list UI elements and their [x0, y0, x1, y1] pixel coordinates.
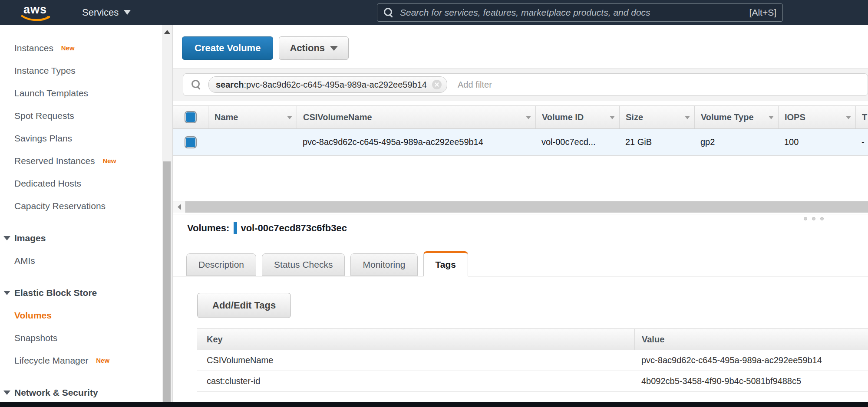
chevron-down-icon [124, 10, 131, 15]
filter-strip: search : pvc-8ac9d62c-c645-495a-989a-ac2… [173, 68, 868, 101]
filter-search-input[interactable]: search : pvc-8ac9d62c-c645-495a-989a-ac2… [183, 73, 868, 96]
search-shortcut-hint: [Alt+S] [749, 7, 776, 18]
chevron-down-icon [330, 46, 338, 51]
tab-monitoring[interactable]: Monitoring [350, 253, 417, 276]
horizontal-scrollbar[interactable] [173, 201, 868, 213]
sidebar-item-label: Lifecycle Manager [14, 355, 88, 365]
actions-button[interactable]: Actions [279, 36, 349, 60]
sort-caret-icon[interactable] [769, 116, 774, 119]
detail-tabs: Description Status Checks Monitoring Tag… [173, 251, 868, 276]
sidebar-item-snapshots[interactable]: Snapshots [0, 327, 162, 349]
sidebar-item-spot-requests[interactable]: Spot Requests [0, 105, 162, 127]
sidebar-item-launch-templates[interactable]: Launch Templates [0, 82, 162, 105]
scroll-left-arrow-icon [178, 204, 181, 210]
aws-logo[interactable]: aws [20, 3, 51, 22]
sidebar-scrollbar-thumb[interactable] [163, 161, 171, 402]
services-menu[interactable]: Services [82, 7, 131, 18]
sidebar-section-elastic-block-store[interactable]: Elastic Block Store [0, 282, 162, 304]
sidebar-item-reserved-instances[interactable]: Reserved Instances New [0, 150, 162, 172]
section-collapse-icon [3, 391, 10, 395]
pane-divider [173, 214, 868, 214]
sidebar-item-volumes[interactable]: Volumes [0, 304, 162, 327]
column-header-volume-id[interactable]: Volume ID [535, 106, 619, 128]
sidebar-item-label: Dedicated Hosts [14, 178, 81, 188]
global-search-input[interactable]: Search for services, features, marketpla… [377, 3, 783, 22]
filter-key-label: search [216, 80, 244, 90]
sidebar-section-label: Images [14, 233, 46, 243]
sidebar-section-label: Elastic Block Store [14, 288, 97, 298]
aws-logo-text: aws [20, 3, 51, 16]
column-label: IOPS [785, 112, 805, 122]
cell-name [208, 129, 297, 155]
new-badge: New [102, 157, 116, 164]
search-icon [191, 79, 201, 90]
column-header-value: Value [634, 329, 868, 350]
actions-label: Actions [290, 43, 325, 54]
selected-volume-id: vol-00c7ecd873c6fb3ec [241, 223, 347, 234]
create-volume-button[interactable]: Create Volume [182, 36, 273, 60]
add-filter-button[interactable]: Add filter [458, 80, 492, 90]
horizontal-scrollbar-thumb[interactable] [185, 201, 868, 213]
sort-caret-icon[interactable] [526, 116, 531, 119]
sidebar-scrollbar[interactable] [162, 25, 173, 402]
scroll-left-button[interactable] [173, 201, 185, 213]
scroll-up-arrow-icon[interactable] [164, 30, 170, 34]
column-header-size[interactable]: Size [619, 106, 694, 128]
cell-volume-type: gp2 [694, 129, 778, 155]
sidebar-item-lifecycle-manager[interactable]: Lifecycle Manager New [0, 349, 162, 372]
sort-caret-icon[interactable] [610, 116, 615, 119]
tag-value: pvc-8ac9d62c-c645-495a-989a-ac292ee59b14 [634, 350, 868, 371]
tag-row: CSIVolumeName pvc-8ac9d62c-c645-495a-989… [197, 350, 868, 371]
cell-throughput: - [855, 129, 868, 155]
sidebar-item-label: Instance Types [14, 66, 76, 75]
create-volume-label: Create Volume [195, 43, 261, 54]
main-content-pane: Create Volume Actions search : pvc-8ac9d… [173, 25, 868, 402]
sidebar-item-label: Snapshots [14, 333, 57, 343]
new-badge: New [96, 357, 109, 364]
sidebar-section-network-security[interactable]: Network & Security [0, 381, 162, 402]
sidebar-item-amis[interactable]: AMIs [0, 249, 162, 272]
detail-pane-heading: Volumes: vol-00c7ecd873c6fb3ec [187, 222, 347, 234]
column-header-throughput-truncated[interactable]: T [855, 106, 868, 128]
section-collapse-icon [3, 291, 10, 295]
volumes-table-header: Name CSIVolumeName Volume ID Size Volume… [173, 105, 868, 129]
add-edit-tags-button[interactable]: Add/Edit Tags [197, 293, 291, 318]
sort-caret-icon[interactable] [287, 116, 292, 119]
active-filter-tag[interactable]: search : pvc-8ac9d62c-c645-495a-989a-ac2… [208, 76, 447, 93]
sort-caret-icon[interactable] [846, 116, 851, 119]
selection-indicator-bar [234, 222, 237, 234]
sidebar-item-savings-plans[interactable]: Savings Plans [0, 127, 162, 150]
volume-table-row[interactable]: pvc-8ac9d62c-c645-495a-989a-ac292ee59b14… [173, 129, 868, 156]
volumes-toolbar: Create Volume Actions [182, 36, 349, 60]
sort-caret-icon[interactable] [685, 116, 690, 119]
column-label: Volume ID [542, 112, 584, 122]
column-header-name[interactable]: Name [208, 106, 297, 128]
pane-resize-handle[interactable] [804, 217, 824, 220]
sidebar-item-label: Savings Plans [14, 133, 72, 143]
column-header-iops[interactable]: IOPS [778, 106, 855, 128]
tab-label: Tags [436, 259, 456, 270]
column-header-csivolumename[interactable]: CSIVolumeName [297, 106, 535, 128]
sidebar-item-instances[interactable]: Instances New [0, 37, 162, 59]
column-header-volume-type[interactable]: Volume Type [694, 106, 778, 128]
remove-filter-icon[interactable] [432, 80, 442, 89]
row-checkbox[interactable] [185, 136, 197, 148]
sidebar-section-images[interactable]: Images [0, 227, 162, 249]
tab-tags[interactable]: Tags [423, 251, 468, 276]
tags-toolbar: Add/Edit Tags [197, 293, 291, 318]
tags-table-header: Key Value [197, 328, 868, 350]
row-checkbox-cell [173, 129, 208, 155]
tab-label: Status Checks [274, 259, 333, 270]
cell-iops: 100 [778, 129, 855, 155]
column-label: CSIVolumeName [303, 112, 372, 122]
sidebar-item-dedicated-hosts[interactable]: Dedicated Hosts [0, 172, 162, 195]
tab-status-checks[interactable]: Status Checks [262, 253, 345, 276]
sidebar-item-label: Instances [14, 43, 53, 53]
tab-description[interactable]: Description [186, 253, 256, 276]
select-all-checkbox[interactable] [185, 111, 197, 123]
cell-size: 21 GiB [619, 129, 694, 155]
aws-smile-icon [20, 15, 52, 22]
new-badge: New [61, 44, 75, 52]
sidebar-item-capacity-reservations[interactable]: Capacity Reservations [0, 195, 162, 217]
sidebar-item-instance-types[interactable]: Instance Types [0, 59, 162, 82]
